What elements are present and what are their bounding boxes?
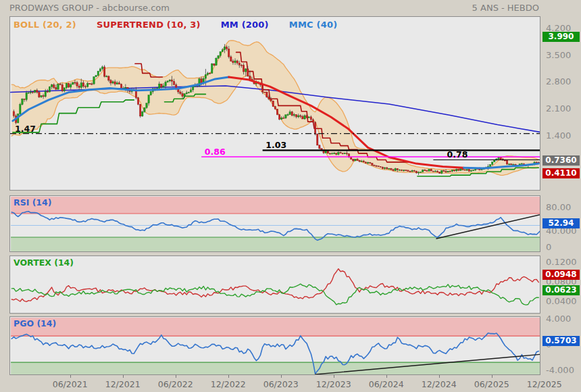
level-label-1.47: 1.47 xyxy=(15,124,36,134)
price-label: 0.0400 xyxy=(546,296,577,306)
price-label: 80.00 xyxy=(546,202,571,212)
period-label: 5 ANS - HEBDO xyxy=(472,3,539,13)
x-axis-label: 06/2021 xyxy=(49,379,92,389)
value-badge: 0.7360 xyxy=(542,155,580,166)
price-label: 4.000 xyxy=(546,314,571,324)
level-label-1.03: 1.03 xyxy=(266,140,286,150)
x-axis-tick xyxy=(492,375,492,378)
x-axis-tick xyxy=(281,375,282,378)
price-chart-panel[interactable]: 1.471.030.860.78 xyxy=(9,16,540,191)
level-label-0.86: 0.86 xyxy=(205,147,226,157)
x-axis-label: 06/2025 xyxy=(470,379,513,389)
x-axis-label: 12/2022 xyxy=(207,379,250,389)
x-axis-tick xyxy=(439,375,440,378)
x-axis-label: 12/2025 xyxy=(523,379,566,389)
legend: BOLL (20, 2)SUPERTREND (10, 3)MM (200)MM… xyxy=(14,20,337,30)
vortex-chart-canvas[interactable] xyxy=(10,256,540,314)
x-axis-label: 06/2022 xyxy=(154,379,197,389)
price-label: 2.100 xyxy=(546,103,571,114)
legend-item: SUPERTREND (10, 3) xyxy=(97,20,201,30)
page-title: PRODWAYS GROUP - abcbourse.com xyxy=(9,3,170,13)
value-badge: 0.0623 xyxy=(542,285,580,295)
vortex-title: VORTEX (14) xyxy=(14,258,74,268)
overbought-zone xyxy=(11,318,540,336)
legend-item: MMC (40) xyxy=(289,20,338,30)
level-label-0.78: 0.78 xyxy=(447,149,468,160)
x-axis-label: 06/2023 xyxy=(259,379,303,389)
value-badge: 0.0948 xyxy=(542,270,580,280)
price-label: -4.000 xyxy=(546,365,574,375)
value-badge: 52.94 xyxy=(542,218,580,228)
x-axis-label: 12/2021 xyxy=(101,379,145,389)
rsi-chart-canvas[interactable] xyxy=(10,196,540,252)
x-axis-tick xyxy=(70,375,71,378)
price-label: 0.1200 xyxy=(546,257,577,267)
legend-item: MM (200) xyxy=(221,20,269,30)
price-label: 1.400 xyxy=(546,130,571,141)
pgo-title: PGO (14) xyxy=(14,318,56,328)
overbought-zone xyxy=(11,197,540,214)
x-axis-tick xyxy=(176,375,176,378)
rsi-title: RSI (14) xyxy=(14,197,51,207)
value-badge: 3.990 xyxy=(542,32,580,42)
x-axis-label: 12/2023 xyxy=(312,379,355,389)
pgo-chart-canvas[interactable] xyxy=(10,317,540,375)
x-axis-tick xyxy=(228,375,229,378)
price-label: 3.500 xyxy=(546,50,571,60)
x-axis-label: 06/2024 xyxy=(365,379,408,389)
legend-item: BOLL (20, 2) xyxy=(14,20,76,30)
oversold-zone xyxy=(11,362,540,375)
oversold-zone xyxy=(11,237,540,252)
pgo-panel[interactable] xyxy=(9,316,540,375)
x-axis-tick xyxy=(386,375,387,378)
vortex-panel[interactable] xyxy=(9,255,540,314)
value-badge: 0.4110 xyxy=(542,168,580,178)
stock-chart-page: PRODWAYS GROUP - abcbourse.com 5 ANS - H… xyxy=(0,0,581,392)
x-axis-label: 12/2024 xyxy=(418,379,461,389)
price-label: 0 xyxy=(546,242,551,252)
value-badge: 0.5703 xyxy=(542,336,580,346)
x-axis-tick xyxy=(123,375,124,378)
price-chart-canvas[interactable]: 1.471.030.860.78 xyxy=(10,17,540,191)
vtx-series-vi_plus xyxy=(11,269,538,302)
price-label: 2.800 xyxy=(546,76,571,87)
rsi-panel[interactable] xyxy=(9,195,540,252)
x-axis-tick xyxy=(334,375,334,378)
